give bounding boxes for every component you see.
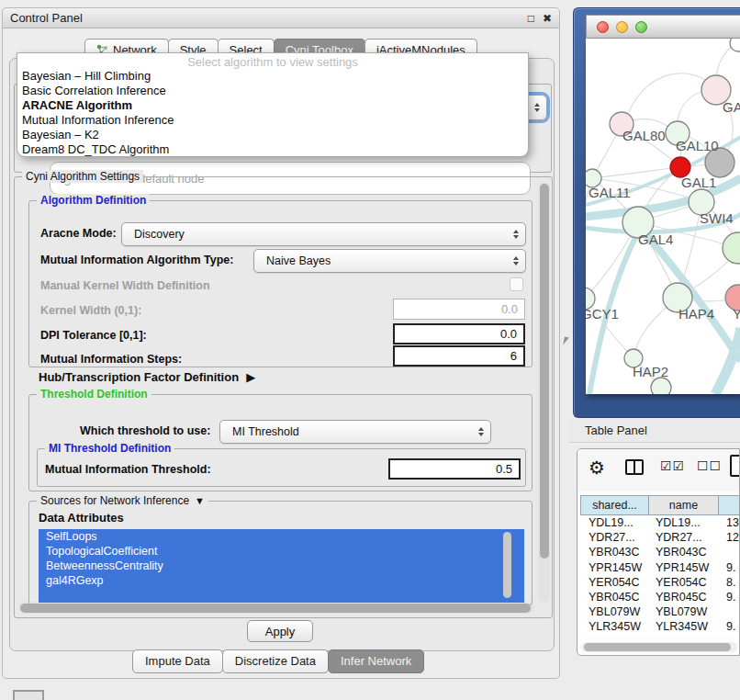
label-GAL10: GAL10 — [676, 138, 719, 153]
combo-stepper-icon — [534, 103, 540, 112]
bottom-tab[interactable]: Infer Network — [328, 649, 424, 673]
kernel-width-field[interactable]: 0.0 — [393, 299, 525, 320]
column-header-partial[interactable]: A — [718, 495, 740, 515]
cell-shared-name: YPR145W — [581, 561, 650, 574]
expanded-arrow-icon[interactable]: ▼ — [195, 495, 205, 506]
node-top-right[interactable] — [730, 39, 740, 51]
label-GAL4: GAL4 — [638, 231, 673, 247]
table-header: shared... name A — [581, 495, 740, 515]
label-GAL80: GAL80 — [622, 128, 666, 143]
threshold-definition-group: Threshold Definition Which threshold to … — [28, 394, 533, 491]
column-header-shared-name[interactable]: shared... — [580, 495, 649, 515]
cell-value: 9 — [721, 636, 740, 637]
algorithm-option[interactable]: Bayesian – K2 — [17, 128, 528, 142]
minimized-panel-icon[interactable] — [13, 690, 44, 700]
settings-group-title: Cyni Algorithm Settings — [22, 170, 143, 183]
algorithm-option[interactable]: Mutual Information Inference — [17, 113, 528, 128]
algorithm-dropdown: Select algorithm to view settings Bayesi… — [17, 52, 529, 157]
label-Y: Y — [733, 306, 740, 322]
vertical-scrollbar-thumb[interactable] — [540, 184, 549, 559]
cell-name: YDL19... — [650, 516, 721, 529]
control-panel-title: Control Panel — [10, 11, 520, 25]
dropdown-items: Bayesian – Hill Climbing Basic Correlati… — [17, 69, 528, 157]
cell-shared-name: YIL052C — [581, 636, 650, 637]
data-attributes-list[interactable]: SelfLoops TopologicalCoefficient Between… — [39, 529, 524, 603]
node-bottom[interactable] — [651, 378, 671, 394]
aracne-mode-combobox[interactable]: Discovery — [121, 222, 526, 246]
mi-steps-label: Mutual Information Steps: — [40, 353, 182, 366]
minimize-traffic-light[interactable] — [616, 21, 628, 33]
mi-algorithm-type-combobox[interactable]: Naive Bayes — [253, 249, 526, 273]
mi-threshold-field[interactable]: 0.5 — [388, 458, 521, 480]
mouse-cursor — [563, 337, 569, 346]
data-attribute-item[interactable]: gal4RGexp — [39, 573, 524, 588]
combo-stepper-icon — [513, 256, 519, 265]
table-row[interactable]: YIL052C YIL052C 9 — [581, 635, 740, 638]
cell-name: YLR345W — [650, 620, 721, 633]
data-attribute-item[interactable]: SelfLoops — [39, 529, 524, 544]
node-right-green[interactable] — [723, 232, 740, 264]
bottom-tab[interactable]: Impute Data — [132, 649, 223, 673]
cell-name: YBR043C — [650, 546, 721, 559]
gear-icon[interactable]: ⚙ — [589, 457, 605, 479]
table-row[interactable]: YBR043C YBR043C — [581, 545, 740, 559]
data-attributes-label: Data Attributes — [39, 511, 124, 525]
control-panel-titlebar: Control Panel □ ✖ — [3, 8, 559, 28]
algorithm-option[interactable]: Bayesian – Hill Climbing — [17, 69, 528, 84]
table-scrollbar-thumb[interactable] — [584, 643, 731, 651]
list-scrollbar-thumb[interactable] — [503, 532, 511, 598]
data-attribute-item[interactable]: BetweennessCentrality — [39, 559, 524, 573]
mi-algorithm-type-value: Naive Bayes — [266, 254, 331, 267]
screen: Control Panel □ ✖ Network Style Select — [0, 0, 740, 700]
table-row[interactable]: YLR345W YLR345W 9. — [581, 619, 740, 634]
table-row[interactable]: YBL079W YBL079W — [581, 604, 740, 619]
network-canvas[interactable]: GAL GAL80 GAL10 GAL11 GAL1 SWI4 GAL4 GCY… — [586, 39, 740, 394]
table-panel: ⚙ ☑☑ ☐☐ shared... name A YDL19... YDL19.… — [577, 448, 740, 656]
table-toolbar: ⚙ ☑☑ ☐☐ — [577, 449, 739, 491]
table-row[interactable]: YPR145W YPR145W 9. — [581, 560, 740, 575]
mi-steps-field[interactable]: 6 — [393, 345, 525, 367]
which-threshold-combobox[interactable]: MI Threshold — [219, 420, 491, 444]
columns-icon[interactable] — [625, 459, 644, 475]
table-row[interactable]: YDL19... YDL19... 13 — [581, 515, 740, 530]
table-row[interactable]: YDR27... YDR27... 12 — [581, 530, 740, 545]
data-attribute-item[interactable]: TopologicalCoefficient — [39, 544, 524, 559]
deselect-all-icon[interactable]: ☐☐ — [697, 458, 722, 473]
close-icon[interactable]: ✖ — [543, 12, 552, 25]
algorithm-option[interactable]: ARACNE Algorithm — [17, 98, 528, 113]
float-window-icon[interactable]: □ — [528, 12, 534, 25]
table-row[interactable]: YBR045C YBR045C 9. — [581, 590, 740, 604]
cell-shared-name: YDR27... — [581, 531, 650, 544]
table-row[interactable]: YER054C YER054C 8. — [581, 575, 740, 590]
hub-definition-expander[interactable]: Hub/Transcription Factor Definition ▶ — [39, 370, 255, 384]
column-header-name[interactable]: name — [648, 495, 719, 515]
close-traffic-light[interactable] — [597, 21, 609, 33]
cell-name: YER054C — [650, 576, 721, 589]
network-view-window: GAL GAL80 GAL10 GAL11 GAL1 SWI4 GAL4 GCY… — [573, 7, 740, 418]
table-body: YDL19... YDL19... 13 YDR27... YDR27... 1… — [581, 515, 740, 637]
manual-kernel-width-checkbox[interactable] — [510, 277, 523, 291]
mi-threshold-definition-group: MI Threshold Definition Mutual Informati… — [37, 448, 526, 487]
cell-name: YBL079W — [650, 605, 721, 618]
vertical-scrollbar[interactable] — [538, 182, 550, 603]
cell-value: 8. — [721, 576, 740, 589]
cell-shared-name: YER054C — [581, 576, 650, 589]
cell-value: 9. — [721, 591, 740, 604]
which-threshold-label: Which threshold to use: — [80, 424, 210, 437]
dpi-tolerance-field[interactable]: 0.0 — [393, 323, 525, 344]
select-all-icon[interactable]: ☑☑ — [660, 458, 685, 473]
export-table-icon[interactable] — [730, 455, 740, 477]
collapsed-arrow-icon[interactable]: ▶ — [246, 370, 255, 384]
mi-threshold-definition-title: MI Threshold Definition — [45, 442, 174, 455]
table-horizontal-scrollbar[interactable] — [581, 642, 737, 652]
bottom-tab[interactable]: Discretize Data — [222, 649, 329, 673]
cell-shared-name: YBR043C — [581, 546, 650, 559]
combo-stepper-icon — [478, 427, 484, 436]
sources-group: Sources for Network Inference ▼ Data Att… — [28, 501, 533, 605]
apply-button[interactable]: Apply — [247, 620, 313, 642]
zoom-traffic-light[interactable] — [635, 21, 647, 33]
sources-group-title[interactable]: Sources for Network Inference ▼ — [37, 494, 208, 507]
algorithm-definition-group: Algorithm Definition Aracne Mode: Discov… — [28, 200, 533, 367]
algorithm-option[interactable]: Basic Correlation Inference — [17, 84, 528, 98]
algorithm-option[interactable]: Dream8 DC_TDC Algorithm — [17, 142, 528, 157]
